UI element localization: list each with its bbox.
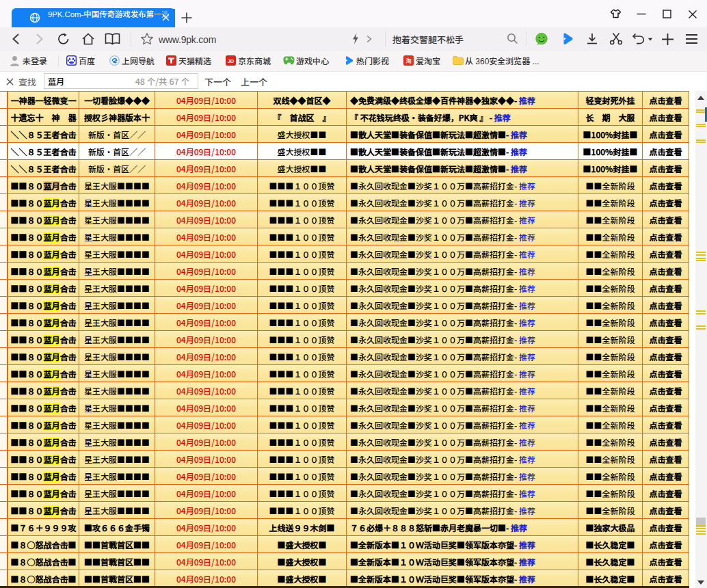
- svg-text:JD: JD: [228, 58, 235, 64]
- svg-text:淘: 淘: [405, 56, 412, 64]
